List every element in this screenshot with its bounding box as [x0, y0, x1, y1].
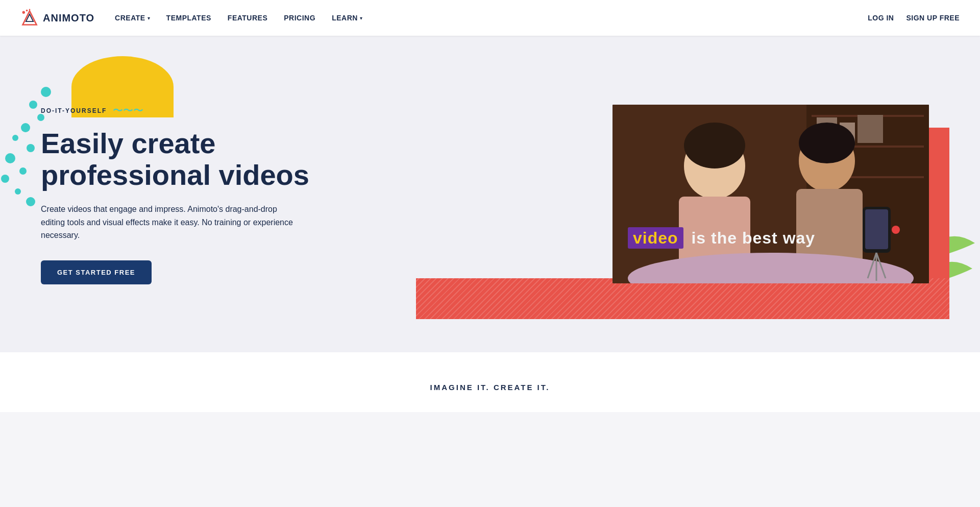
- nav-item-features[interactable]: FEATURES: [228, 13, 267, 22]
- svg-rect-23: [857, 115, 883, 143]
- login-nav[interactable]: LOG IN: [868, 13, 894, 22]
- video-overlay-text-container: video is the best way: [612, 229, 929, 248]
- wave-decoration: 〜〜〜: [113, 104, 143, 117]
- video-background: video is the best way: [612, 105, 929, 283]
- logo[interactable]: ANIMOTO: [20, 9, 94, 27]
- nav-features-label[interactable]: FEATURES: [228, 14, 267, 22]
- nav-templates-label[interactable]: TEMPLATES: [166, 14, 211, 22]
- chevron-down-icon: ▾: [148, 15, 150, 21]
- hero-section: DO-IT-YOURSELF 〜〜〜 Easily create profess…: [0, 36, 980, 352]
- hero-tag-text: DO-IT-YOURSELF: [41, 107, 107, 114]
- nav-item-create[interactable]: CREATE ▾: [115, 14, 150, 22]
- red-pattern-strip: [416, 278, 949, 319]
- svg-point-5: [41, 87, 51, 97]
- nav-item-pricing[interactable]: PRICING: [284, 13, 315, 22]
- video-word-highlight: video: [628, 227, 683, 249]
- hero-title-line1: Easily create: [41, 127, 215, 159]
- navbar: ANIMOTO CREATE ▾ TEMPLATES FEATURES PRIC…: [0, 0, 980, 36]
- nav-create-label[interactable]: CREATE: [115, 14, 145, 22]
- svg-point-14: [15, 188, 21, 195]
- video-frame: video is the best way: [612, 105, 929, 283]
- nav-learn-label[interactable]: LEARN: [332, 14, 358, 22]
- svg-point-12: [19, 167, 27, 175]
- svg-point-6: [29, 101, 37, 109]
- login-link[interactable]: LOG IN: [868, 14, 894, 22]
- svg-point-11: [5, 153, 15, 163]
- svg-point-36: [799, 123, 855, 163]
- video-text-rest: is the best way: [687, 229, 816, 247]
- svg-point-9: [12, 135, 18, 141]
- svg-point-8: [21, 123, 30, 132]
- hero-description: Create videos that engage and impress. A…: [41, 203, 296, 242]
- hero-content: DO-IT-YOURSELF 〜〜〜 Easily create profess…: [41, 104, 309, 284]
- hero-tag: DO-IT-YOURSELF 〜〜〜: [41, 104, 309, 117]
- chevron-down-icon-learn: ▾: [360, 15, 362, 21]
- get-started-button[interactable]: GET STARTED FREE: [41, 260, 152, 284]
- hero-video-thumbnail[interactable]: video is the best way: [612, 105, 929, 283]
- red-pattern-inner: [416, 278, 949, 319]
- hero-title: Easily create professional videos: [41, 128, 309, 190]
- signup-link[interactable]: SIGN UP FREE: [906, 14, 960, 22]
- navbar-right: LOG IN SIGN UP FREE: [868, 13, 960, 22]
- nav-item-templates[interactable]: TEMPLATES: [166, 13, 211, 22]
- nav-pricing-label[interactable]: PRICING: [284, 14, 315, 22]
- logo-text: ANIMOTO: [43, 12, 94, 24]
- svg-point-10: [27, 144, 35, 152]
- nav-item-learn[interactable]: LEARN ▾: [332, 14, 362, 22]
- hero-title-line2: professional videos: [41, 159, 309, 191]
- bottom-section: IMAGINE IT. CREATE IT.: [0, 352, 980, 412]
- svg-point-15: [26, 197, 35, 206]
- signup-nav[interactable]: SIGN UP FREE: [906, 13, 960, 22]
- svg-point-13: [1, 175, 9, 183]
- svg-point-35: [684, 123, 745, 168]
- nav-links: CREATE ▾ TEMPLATES FEATURES PRICING LEAR…: [115, 13, 362, 22]
- bottom-tagline: IMAGINE IT. CREATE IT.: [41, 383, 939, 392]
- svg-point-3: [26, 10, 28, 12]
- logo-icon: [20, 9, 39, 27]
- navbar-left: ANIMOTO CREATE ▾ TEMPLATES FEATURES PRIC…: [20, 9, 362, 27]
- video-overlay-text: video is the best way: [628, 229, 815, 247]
- svg-point-2: [22, 11, 25, 14]
- svg-point-4: [29, 9, 31, 10]
